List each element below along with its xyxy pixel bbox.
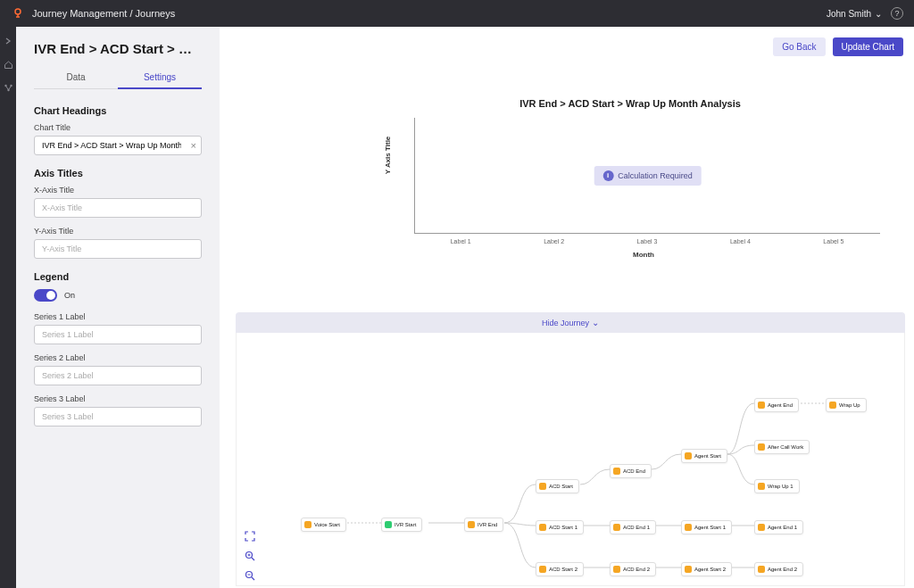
node-dot-icon — [758, 443, 765, 451]
breadcrumb[interactable]: Journey Management / Journeys — [32, 8, 175, 19]
node-label: Agent End 2 — [768, 567, 797, 572]
node-label: After Call Work — [768, 444, 803, 450]
go-back-button[interactable]: Go Back — [773, 37, 825, 56]
node-agent-end[interactable]: Agent End — [754, 398, 799, 412]
node-dot-icon — [685, 566, 692, 573]
x-label-3: Label 3 — [601, 238, 694, 244]
y-axis-wrapper — [34, 239, 202, 259]
chart-title-wrapper: × — [34, 136, 202, 155]
legend-toggle-row: On — [34, 289, 202, 302]
legend-toggle-label: On — [64, 291, 75, 300]
node-wrap-up1[interactable]: Wrap Up 1 — [754, 479, 800, 493]
series2-input[interactable] — [34, 366, 202, 385]
node-acd-end1[interactable]: ACD End 1 — [610, 520, 656, 534]
node-label: Agent End 1 — [768, 525, 797, 530]
update-chart-button[interactable]: Update Chart — [833, 37, 903, 56]
node-agent-end2[interactable]: Agent End 2 — [754, 562, 803, 576]
x-axis-label: X-Axis Title — [34, 186, 202, 195]
svg-line-18 — [252, 577, 254, 580]
node-dot-icon — [613, 468, 620, 475]
x-axis-input[interactable] — [34, 198, 202, 218]
node-agent-start2[interactable]: Agent Start 2 — [681, 562, 732, 576]
nav-toggle-icon[interactable] — [3, 36, 13, 46]
x-labels: Label 1 Label 2 Label 3 Label 4 Label 5 — [414, 238, 880, 244]
node-ivr-start[interactable]: IVR Start — [381, 518, 422, 532]
nav-journey-icon[interactable] — [3, 82, 13, 93]
chart-box: Y Axis Title Calculation Required Label … — [407, 118, 880, 261]
node-ivr-end[interactable]: IVR End — [464, 518, 503, 532]
calc-text: Calculation Required — [618, 171, 693, 180]
node-acd-end[interactable]: ACD End — [610, 464, 652, 478]
calculation-required-badge: Calculation Required — [594, 166, 702, 186]
zoom-in-icon[interactable] — [244, 550, 256, 562]
node-label: Wrap Up 1 — [768, 484, 794, 489]
top-header: Journey Management / Journeys John Smith… — [0, 0, 914, 27]
section-legend: Legend — [34, 271, 202, 282]
journey-canvas[interactable]: Voice Start IVR Start IVR End ACD Start … — [236, 333, 905, 586]
x-label-5: Label 5 — [787, 238, 880, 244]
node-dot-icon — [829, 402, 836, 409]
main-area: IVR End > ACD Start > Wrap U... Data Set… — [16, 27, 914, 588]
node-dot-icon — [539, 524, 546, 531]
series3-input[interactable] — [34, 407, 202, 427]
y-axis-input[interactable] — [34, 239, 202, 259]
x-label-4: Label 4 — [694, 238, 786, 244]
y-axis-title: Y Axis Title — [384, 137, 392, 175]
nav-home-icon[interactable] — [3, 59, 13, 70]
help-icon[interactable]: ? — [891, 7, 903, 20]
legend-toggle[interactable] — [34, 289, 57, 302]
node-dot-icon — [758, 566, 765, 573]
header-left: Journey Management / Journeys — [11, 6, 175, 21]
zoom-out-icon[interactable] — [244, 569, 256, 582]
node-after-call[interactable]: After Call Work — [754, 440, 810, 454]
series2-wrapper — [34, 366, 202, 385]
node-dot-icon — [685, 452, 692, 460]
fit-screen-icon[interactable] — [244, 530, 256, 542]
section-axis-titles: Axis Titles — [34, 168, 202, 178]
node-label: ACD Start 2 — [549, 567, 577, 572]
node-label: ACD Start 1 — [549, 525, 577, 530]
node-acd-end2[interactable]: ACD End 2 — [610, 562, 656, 576]
node-acd-start[interactable]: ACD Start — [536, 479, 579, 493]
node-agent-start[interactable]: Agent Start — [681, 449, 727, 463]
node-acd-start1[interactable]: ACD Start 1 — [536, 520, 584, 534]
node-label: Agent Start — [694, 453, 721, 459]
node-agent-end1[interactable]: Agent End 1 — [754, 520, 803, 534]
node-agent-start1[interactable]: Agent Start 1 — [681, 520, 732, 534]
hide-journey-button[interactable]: Hide Journey — [236, 312, 905, 333]
series2-label: Series 2 Label — [34, 353, 202, 362]
action-buttons: Go Back Update Chart — [773, 37, 903, 56]
x-label-2: Label 2 — [507, 238, 600, 244]
journey-panel: Hide Journey — [236, 312, 905, 588]
clear-icon[interactable]: × — [191, 141, 196, 151]
node-label: Agent Start 1 — [694, 525, 726, 530]
user-name: John Smith — [827, 9, 871, 19]
tab-data[interactable]: Data — [34, 67, 118, 88]
node-label: ACD End — [623, 468, 645, 474]
tab-settings[interactable]: Settings — [118, 67, 202, 89]
node-dot-icon — [613, 566, 620, 573]
chevron-down-icon: ⌄ — [875, 9, 882, 19]
chart-title-input[interactable] — [34, 136, 202, 155]
node-dot-icon — [685, 524, 692, 531]
x-label-1: Label 1 — [414, 238, 507, 244]
node-wrap-up[interactable]: Wrap Up — [826, 398, 867, 412]
node-acd-start2[interactable]: ACD Start 2 — [536, 562, 584, 576]
header-right: John Smith ⌄ ? — [827, 7, 903, 20]
series1-input[interactable] — [34, 325, 202, 344]
series3-label: Series 3 Label — [34, 394, 202, 403]
node-dot-icon — [758, 524, 765, 531]
user-menu[interactable]: John Smith ⌄ — [827, 9, 882, 19]
series3-wrapper — [34, 407, 202, 427]
node-dot-icon — [304, 521, 312, 528]
settings-sidebar: IVR End > ACD Start > Wrap U... Data Set… — [16, 27, 220, 588]
node-label: Agent End — [768, 402, 793, 408]
node-dot-icon — [539, 566, 546, 573]
app-logo[interactable] — [11, 6, 25, 21]
node-label: Voice Start — [314, 522, 340, 527]
node-dot-icon — [539, 483, 546, 490]
svg-line-14 — [252, 558, 254, 560]
nav-rail — [0, 27, 16, 588]
node-voice-start[interactable]: Voice Start — [301, 518, 346, 532]
series1-label: Series 1 Label — [34, 312, 202, 321]
